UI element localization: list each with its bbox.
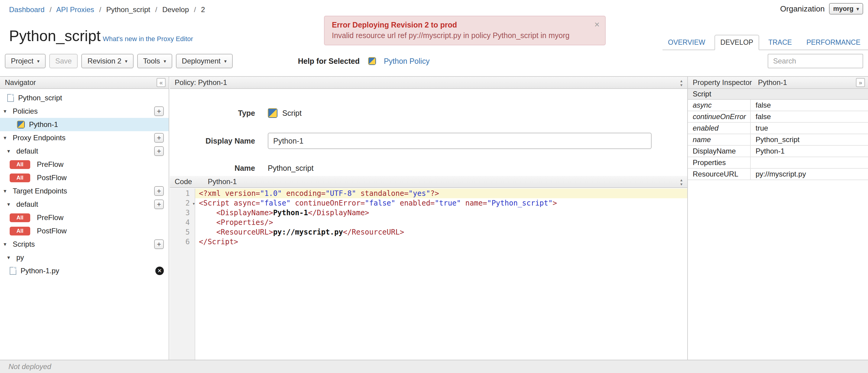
deployment-button[interactable]: Deployment ▾	[176, 54, 233, 68]
nav-item-postflow[interactable]: AllPostFlow	[0, 224, 168, 238]
expand-collapse-icon[interactable]: ▴▾	[680, 79, 682, 87]
collapse-pane-icon[interactable]: «	[157, 78, 166, 87]
property-inspector-pane: Property Inspector Python-1 » Script asy…	[687, 77, 868, 360]
caret-down-icon: ▾	[224, 58, 227, 64]
save-button[interactable]: Save	[49, 54, 78, 68]
caret-down-icon: ▾	[125, 58, 128, 64]
disclosure-triangle-icon[interactable]: ▾	[4, 134, 10, 141]
disclosure-triangle-icon[interactable]: ▾	[7, 148, 13, 154]
tab-develop[interactable]: DEVELOP	[714, 35, 760, 50]
disclosure-triangle-icon[interactable]: ▾	[4, 188, 10, 194]
code-editor[interactable]: 1<?xml version="1.0" encoding="UTF-8" st…	[170, 189, 687, 360]
python-policy-icon	[268, 108, 277, 118]
python-policy-help-link[interactable]: Python Policy	[384, 57, 430, 66]
organization-label: Organization	[780, 4, 825, 13]
navigator-header: Navigator «	[0, 77, 168, 89]
property-row-displayname: DisplayNamePython-1	[688, 146, 868, 157]
code-token: "UTF-8"	[326, 189, 356, 198]
name-row: Name Python_script	[170, 163, 687, 173]
property-value	[751, 157, 761, 168]
code-line[interactable]: 2▾<Script async="false" continueOnError=…	[170, 198, 687, 208]
code-token: "Python_script"	[487, 199, 553, 207]
caret-down-icon: ▾	[857, 6, 859, 12]
delete-icon[interactable]: ✕	[155, 267, 164, 275]
line-number: 5	[170, 227, 195, 237]
policy-pane-header: Policy: Python-1 ▴▾	[170, 77, 687, 89]
breadcrumb-separator: /	[50, 5, 52, 13]
breadcrumb-develop: Develop	[162, 5, 189, 13]
nav-item-default[interactable]: ▾default+	[0, 198, 168, 211]
policy-pane: Policy: Python-1 ▴▾ Type Script Display …	[170, 77, 687, 360]
nav-item-scripts[interactable]: ▾Scripts+	[0, 238, 168, 251]
line-number: 3	[170, 208, 195, 218]
tools-button-label: Tools	[143, 57, 160, 65]
property-key: Properties	[688, 157, 751, 168]
nav-item-python-script[interactable]: Python_script	[0, 91, 168, 104]
project-button[interactable]: Project ▾	[5, 54, 45, 68]
add-button[interactable]: +	[154, 186, 164, 196]
display-name-input[interactable]	[268, 133, 652, 149]
property-row-enabled: enabledtrue	[688, 123, 868, 134]
disclosure-triangle-icon[interactable]: ▾	[7, 254, 13, 261]
add-button[interactable]: +	[154, 199, 164, 209]
code-token	[199, 218, 216, 227]
tools-button[interactable]: Tools ▾	[137, 54, 172, 68]
nav-item-target-endpoints[interactable]: ▾Target Endpoints+	[0, 184, 168, 198]
organization-select[interactable]: myorg ▾	[829, 3, 863, 14]
code-line[interactable]: 3 <DisplayName>Python-1</DisplayName>	[170, 208, 687, 218]
nav-item-default[interactable]: ▾default+	[0, 145, 168, 158]
code-line[interactable]: 6</Script>	[170, 237, 687, 247]
flow-all-badge: All	[10, 213, 30, 222]
disclosure-triangle-icon[interactable]: ▾	[4, 241, 10, 248]
nav-item-postflow[interactable]: AllPostFlow	[0, 171, 168, 184]
nav-item-python-1-py[interactable]: Python-1.py✕	[0, 264, 168, 278]
nav-item-policies[interactable]: ▾Policies+	[0, 104, 168, 118]
code-token: enabled=	[395, 199, 435, 207]
breadcrumb-separator: /	[99, 5, 101, 13]
disclosure-triangle-icon[interactable]: ▾	[7, 201, 13, 208]
code-token: "false"	[365, 199, 395, 207]
expand-collapse-icon[interactable]: ▴▾	[680, 178, 682, 186]
navigator-tree: Python_script▾Policies+Python-1▾Proxy En…	[0, 89, 168, 278]
property-value: false	[751, 100, 776, 111]
whats-new-link[interactable]: What's new in the Proxy Editor	[103, 35, 193, 43]
breadcrumb-api-proxies[interactable]: API Proxies	[56, 5, 94, 13]
nav-item-python-1[interactable]: Python-1	[0, 118, 168, 131]
display-name-label: Display Name	[170, 136, 255, 145]
fold-arrow-icon[interactable]: ▾	[192, 199, 195, 209]
add-button[interactable]: +	[154, 133, 164, 143]
revision-button[interactable]: Revision 2 ▾	[81, 54, 133, 68]
tab-performance[interactable]: PERFORMANCE	[801, 35, 866, 50]
caret-down-icon: ▾	[164, 58, 166, 64]
code-policy-name: Python-1	[208, 178, 237, 186]
breadcrumb-proxy-name: Python_script	[106, 5, 150, 13]
nav-item-label: Policies	[13, 107, 38, 116]
nav-item-preflow[interactable]: AllPreFlow	[0, 158, 168, 171]
search-input[interactable]	[768, 54, 863, 68]
nav-item-label: Target Endpoints	[13, 187, 67, 195]
tab-trace[interactable]: TRACE	[763, 35, 797, 50]
expand-pane-icon[interactable]: »	[856, 78, 865, 87]
navigator-pane: Navigator « Python_script▾Policies+Pytho…	[0, 77, 169, 360]
nav-item-proxy-endpoints[interactable]: ▾Proxy Endpoints+	[0, 131, 168, 145]
nav-item-preflow[interactable]: AllPreFlow	[0, 211, 168, 224]
tab-overview[interactable]: OVERVIEW	[662, 35, 711, 50]
code-line[interactable]: 4 <Properties/>	[170, 218, 687, 227]
code-token: async=	[234, 199, 260, 207]
nav-item-py[interactable]: ▾py	[0, 251, 168, 264]
code-token: "yes"	[409, 189, 430, 198]
project-button-label: Project	[11, 57, 34, 65]
nav-item-label: Scripts	[13, 240, 35, 248]
code-lines: 1<?xml version="1.0" encoding="UTF-8" st…	[170, 189, 687, 247]
breadcrumb-dashboard[interactable]: Dashboard	[9, 5, 44, 13]
add-button[interactable]: +	[154, 146, 164, 156]
add-button[interactable]: +	[154, 239, 164, 249]
add-button[interactable]: +	[154, 106, 164, 116]
property-row-async: asyncfalse	[688, 100, 868, 111]
code-line[interactable]: 1<?xml version="1.0" encoding="UTF-8" st…	[170, 189, 687, 198]
disclosure-triangle-icon[interactable]: ▾	[4, 108, 10, 115]
property-value: Python_script	[751, 134, 804, 145]
close-icon[interactable]: ×	[594, 19, 600, 30]
code-line[interactable]: 5 <ResourceURL>py://myscript.py</Resourc…	[170, 227, 687, 237]
nav-item-label: default	[16, 200, 38, 209]
